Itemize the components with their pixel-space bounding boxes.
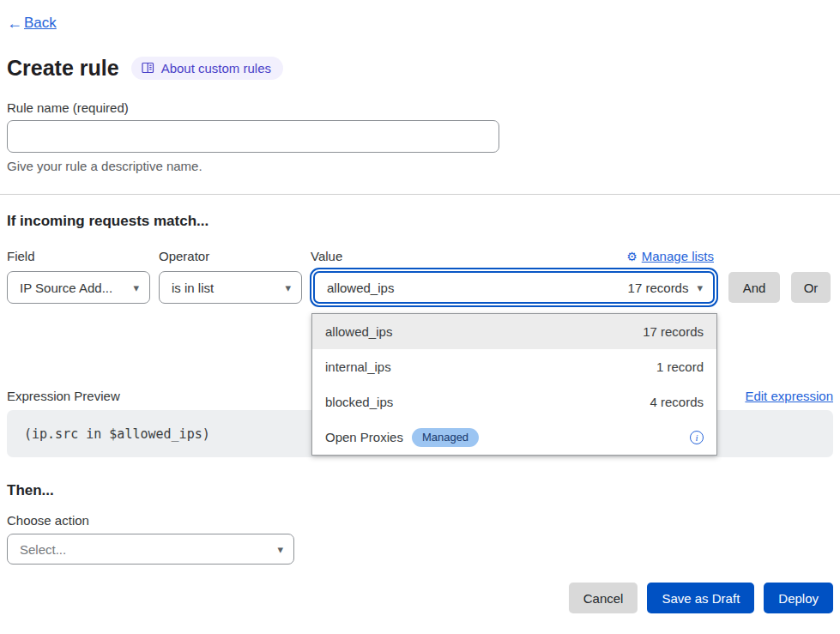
then-section-heading: Then... [7, 481, 833, 500]
about-custom-rules-link[interactable]: About custom rules [131, 57, 283, 80]
gear-icon: ⚙ [626, 248, 638, 265]
expression-preview-label: Expression Preview [7, 389, 120, 403]
cancel-button[interactable]: Cancel [569, 583, 638, 613]
list-item-meta: 4 records [650, 395, 704, 409]
field-select[interactable]: IP Source Add... ▾ [7, 271, 150, 304]
rule-name-input[interactable] [7, 120, 499, 153]
or-button[interactable]: Or [791, 272, 831, 303]
manage-lists-label: Manage lists [642, 248, 714, 265]
expression-code: (ip.src in $allowed_ips) [24, 426, 210, 442]
match-section-heading: If incoming requests match... [7, 212, 833, 231]
list-item-label: blocked_ips [325, 395, 393, 409]
list-item-label: Open Proxies [325, 430, 403, 444]
value-select[interactable]: allowed_ips 17 records ▾ [313, 271, 715, 304]
list-item-blocked-ips[interactable]: blocked_ips 4 records [312, 384, 716, 420]
field-label: Field [7, 248, 159, 265]
condition-controls-row: IP Source Add... ▾ is in list ▾ allowed_… [7, 271, 833, 304]
manage-lists-link[interactable]: ⚙ Manage lists [626, 248, 714, 265]
page-title: Create rule [7, 55, 119, 81]
save-as-draft-button[interactable]: Save as Draft [647, 583, 754, 613]
chevron-down-icon: ▾ [697, 281, 703, 294]
list-item-internal-ips[interactable]: internal_ips 1 record [312, 349, 716, 384]
list-item-meta: 17 records [643, 324, 704, 339]
footer-actions: Cancel Save as Draft Deploy [7, 583, 833, 613]
list-item-allowed-ips[interactable]: allowed_ips 17 records [312, 314, 716, 349]
operator-select-value: is in list [172, 281, 214, 295]
book-icon [142, 62, 154, 74]
chevron-down-icon: ▾ [277, 543, 283, 556]
back-arrow-icon: ← [7, 14, 22, 33]
value-label: Value [311, 248, 342, 265]
section-divider [0, 194, 840, 195]
condition-labels-row: Field Operator Value ⚙ Manage lists [7, 248, 833, 265]
deploy-button[interactable]: Deploy [764, 583, 833, 613]
managed-badge: Managed [412, 428, 479, 447]
page-header: Create rule About custom rules [7, 55, 833, 81]
chevron-down-icon: ▾ [133, 281, 139, 294]
operator-label: Operator [159, 248, 311, 265]
list-item-label: internal_ips [325, 359, 391, 374]
about-badge-label: About custom rules [161, 61, 271, 75]
list-item-open-proxies[interactable]: Open Proxies Managed i [312, 420, 716, 455]
back-link-label: Back [24, 14, 57, 33]
edit-expression-link[interactable]: Edit expression [745, 389, 833, 403]
field-select-value: IP Source Add... [20, 281, 112, 295]
operator-select[interactable]: is in list ▾ [159, 271, 302, 304]
list-item-meta: 1 record [656, 359, 704, 374]
rule-name-label: Rule name (required) [7, 100, 833, 117]
info-icon[interactable]: i [690, 431, 704, 444]
rule-name-helper: Give your rule a descriptive name. [7, 158, 833, 175]
value-dropdown-menu: allowed_ips 17 records internal_ips 1 re… [311, 313, 717, 456]
choose-action-label: Choose action [7, 512, 833, 529]
create-rule-page: ←Back Create rule About custom rules Rul… [0, 0, 840, 634]
value-select-value: allowed_ips [327, 281, 394, 295]
and-button[interactable]: And [728, 272, 780, 303]
list-item-label: allowed_ips [325, 324, 392, 339]
action-select[interactable]: Select... ▾ [7, 534, 294, 565]
value-select-meta: 17 records [628, 281, 689, 295]
chevron-down-icon: ▾ [285, 281, 291, 294]
action-select-placeholder: Select... [20, 542, 66, 557]
back-link[interactable]: ←Back [7, 0, 57, 33]
